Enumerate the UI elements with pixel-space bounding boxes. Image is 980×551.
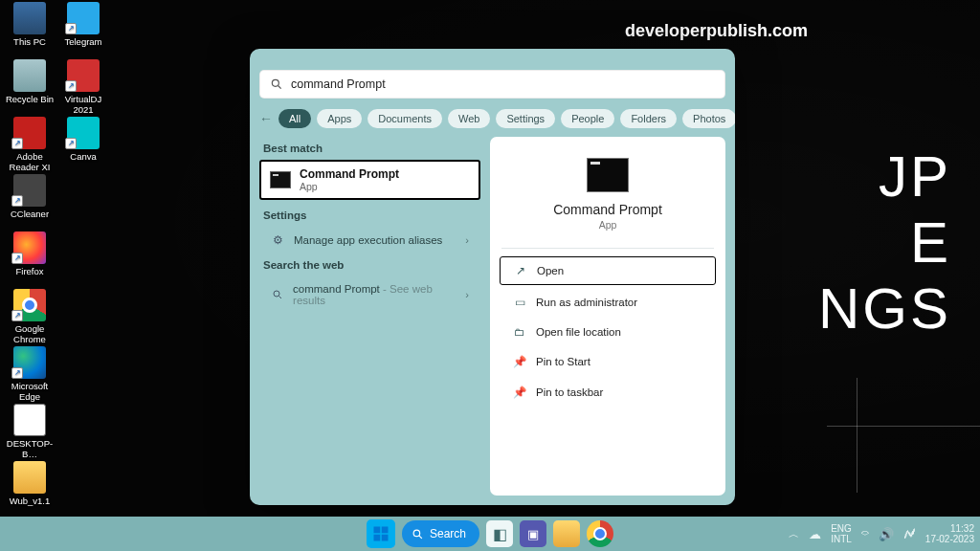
search-box[interactable]: [259, 70, 725, 99]
battery-icon[interactable]: 🗲: [903, 527, 916, 541]
settings-heading: Settings: [263, 209, 477, 221]
search-filter-row: ← AllAppsDocumentsWebSettingsPeopleFolde…: [259, 106, 725, 131]
start-button[interactable]: [367, 519, 395, 548]
filter-pill-people[interactable]: People: [561, 109, 614, 128]
desktop-icon-label: DESKTOP-B…: [4, 439, 56, 460]
desktop-icon-label: CCleaner: [4, 209, 56, 220]
this-pc-icon: [13, 2, 46, 34]
svg-line-9: [419, 536, 422, 539]
desktop-icon-label: This PC: [4, 37, 56, 48]
action-open[interactable]: ↗ Open: [500, 256, 716, 285]
action-open-file-location[interactable]: 🗀 Open file location: [500, 320, 716, 344]
preview-column: Command Prompt App ↗ Open ▭ Run as admin…: [490, 137, 725, 496]
clock[interactable]: 11:3217-02-2023: [925, 523, 974, 544]
tray-overflow-icon[interactable]: ︿: [789, 527, 799, 541]
separator: [501, 248, 714, 249]
system-tray[interactable]: ︿ ☁ ENGINTL ⌔ 🔊 🗲 11:3217-02-2023: [789, 517, 974, 551]
language-indicator[interactable]: ENGINTL: [831, 523, 852, 544]
svg-rect-5: [382, 527, 389, 534]
desktop-icon-label: Firefox: [4, 267, 56, 277]
background-decor-line: [827, 426, 980, 427]
desktop-icon-firefox[interactable]: ↗Firefox: [4, 231, 56, 277]
shortcut-arrow-icon: ↗: [11, 195, 23, 207]
teams-chat-button[interactable]: ▣: [520, 520, 546, 547]
folder-icon: 🗀: [513, 326, 526, 338]
desktop-icon-recycle-bin[interactable]: Recycle Bin: [4, 59, 56, 105]
filter-pill-photos[interactable]: Photos: [682, 109, 735, 128]
onedrive-icon[interactable]: ☁: [809, 527, 821, 541]
shortcut-arrow-icon: ↗: [65, 138, 77, 149]
svg-point-2: [274, 291, 279, 297]
desktop-icon-label: Microsoft Edge: [4, 382, 56, 403]
windows-icon: [372, 525, 390, 542]
action-pin-to-taskbar[interactable]: 📌 Pin to taskbar: [500, 379, 716, 406]
filter-pill-settings[interactable]: Settings: [496, 109, 555, 128]
desktop-icon-label: Recycle Bin: [4, 95, 56, 105]
desktop-icon-telegram[interactable]: ↗Telegram: [57, 2, 109, 48]
desktop-icon-label: Telegram: [57, 37, 109, 48]
desktop-icon-google-chrome[interactable]: ↗Google Chrome: [4, 289, 56, 345]
desktop-icon-label: Canva: [57, 152, 109, 163]
filter-pill-documents[interactable]: Documents: [368, 109, 442, 128]
filter-pill-all[interactable]: All: [278, 109, 311, 128]
back-arrow-icon[interactable]: ←: [259, 108, 273, 129]
start-search-panel: ← AllAppsDocumentsWebSettingsPeopleFolde…: [250, 49, 735, 505]
shortcut-arrow-icon: ↗: [65, 23, 77, 34]
brand-watermark: developerpublish.com: [625, 21, 808, 41]
desktop-icon-this-pc[interactable]: This PC: [4, 2, 56, 48]
file-explorer-button[interactable]: [553, 520, 580, 547]
shield-icon: ▭: [513, 296, 526, 309]
background-decor-line: [857, 378, 858, 493]
svg-rect-7: [382, 535, 389, 541]
web-result-item[interactable]: command Prompt - See web results ›: [259, 276, 480, 313]
desktop-icon-label: Adobe Reader XI: [4, 152, 56, 173]
desktop-icon-wub[interactable]: Wub_v1.1: [4, 461, 56, 507]
desktop-icon-label: Wub_v1.1: [4, 496, 56, 507]
preview-app-type: App: [490, 219, 725, 231]
taskbar-search-button[interactable]: Search: [402, 520, 479, 547]
settings-result-item[interactable]: ⚙Manage app execution aliases ›: [259, 227, 480, 253]
search-icon: [270, 77, 283, 91]
command-prompt-icon: [587, 158, 629, 192]
action-run-as-admin[interactable]: ▭ Run as administrator: [500, 289, 716, 316]
desktop-icon-ms-edge[interactable]: ↗Microsoft Edge: [4, 346, 56, 403]
desktop-icon-canva[interactable]: ↗Canva: [57, 117, 109, 163]
svg-line-1: [278, 86, 281, 89]
desktop-icon-virtualdj[interactable]: ↗VirtualDJ 2021: [57, 59, 109, 116]
search-icon: [271, 289, 283, 300]
desktop-icon-label: VirtualDJ 2021: [57, 95, 109, 116]
search-input[interactable]: [291, 77, 715, 91]
desktop: developerpublish.com JP E NGS This PC↗Te…: [0, 0, 980, 551]
filter-pill-web[interactable]: Web: [448, 109, 490, 128]
best-match-title: Command Prompt: [300, 167, 399, 181]
pin-icon: 📌: [513, 355, 526, 368]
shortcut-arrow-icon: ↗: [11, 367, 23, 379]
filter-pill-apps[interactable]: Apps: [317, 109, 362, 128]
svg-line-3: [278, 297, 281, 299]
best-match-result[interactable]: Command Prompt App: [259, 160, 480, 200]
pin-icon: 📌: [513, 386, 526, 399]
desktop-icon-label: Google Chrome: [4, 324, 56, 345]
preview-app-name: Command Prompt: [490, 202, 725, 217]
action-pin-to-start[interactable]: 📌 Pin to Start: [500, 348, 716, 375]
command-prompt-icon: [270, 171, 291, 188]
filter-pill-folders[interactable]: Folders: [620, 109, 677, 128]
shortcut-arrow-icon: ↗: [11, 253, 23, 264]
best-match-heading: Best match: [263, 143, 477, 154]
best-match-subtitle: App: [300, 181, 399, 192]
wub-icon: [13, 461, 46, 494]
svg-point-8: [413, 530, 420, 537]
desktop-icon-desktop-bat[interactable]: DESKTOP-B…: [4, 404, 56, 460]
desktop-icon-ccleaner[interactable]: ↗CCleaner: [4, 174, 56, 220]
task-view-button[interactable]: ◧: [486, 520, 513, 547]
search-icon: [412, 528, 424, 540]
desktop-icon-adobe-reader[interactable]: ↗Adobe Reader XI: [4, 117, 56, 173]
volume-icon[interactable]: 🔊: [879, 527, 894, 541]
svg-rect-6: [373, 535, 380, 541]
taskbar: Search ◧ ▣ ︿ ☁ ENGINTL ⌔ 🔊 🗲 11:3217-02-…: [0, 517, 980, 551]
svg-point-0: [272, 79, 278, 86]
chrome-taskbar-button[interactable]: [587, 520, 613, 547]
desktop-bat-icon: [13, 404, 46, 436]
results-column: Best match Command Prompt App Settings ⚙…: [259, 137, 480, 496]
wifi-icon[interactable]: ⌔: [861, 527, 869, 541]
